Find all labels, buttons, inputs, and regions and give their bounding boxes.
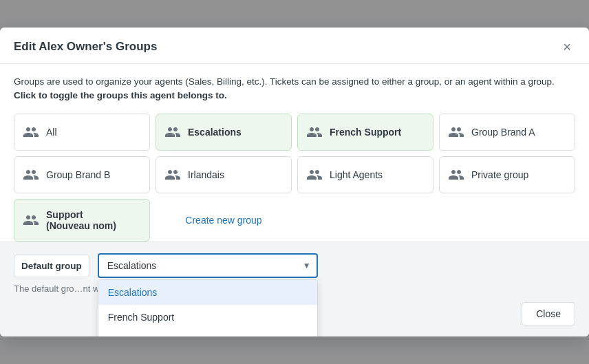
group-tile-group-brand-a[interactable]: Group Brand A — [439, 114, 575, 151]
modal-header: Edit Alex Owner's Groups × — [0, 28, 589, 64]
description-bold: Click to toggle the groups this agent be… — [14, 90, 227, 100]
group-tile-label: Support(Nouveau nom) — [46, 209, 116, 231]
dropdown-item-support-(nouveau-nom)[interactable]: Support (Nouveau nom) — [98, 330, 317, 336]
group-tile-label: Light Agents — [330, 169, 383, 180]
modal-close-button[interactable]: × — [559, 39, 575, 55]
group-tile-label: Irlandais — [188, 169, 224, 180]
groups-grid: All Escalations French Support Group Bra… — [14, 114, 575, 193]
dropdown-open: EscalationsFrench SupportSupport (Nouvea… — [98, 279, 318, 336]
group-icon — [164, 167, 181, 183]
group-icon — [448, 124, 464, 140]
dropdown-item-french-support[interactable]: French Support — [98, 305, 317, 330]
group-tile-label: Escalations — [188, 127, 242, 138]
group-tile-all[interactable]: All — [14, 114, 150, 151]
group-tile-escalations[interactable]: Escalations — [156, 114, 292, 151]
dropdown-item-escalations[interactable]: Escalations — [98, 280, 317, 305]
group-tile-group-brand-b[interactable]: Group Brand B — [14, 156, 150, 193]
group-icon — [23, 167, 39, 183]
group-tile-support[interactable]: Support(Nouveau nom) — [14, 199, 150, 242]
group-tile-label: All — [46, 127, 57, 138]
default-group-row: Default group EscalationsFrench SupportS… — [14, 253, 575, 278]
bottom-row: Support(Nouveau nom) Create new group — [14, 199, 575, 242]
modal-overlay: Edit Alex Owner's Groups × Groups are us… — [0, 0, 589, 364]
group-icon — [164, 124, 181, 140]
group-tile-french-support[interactable]: French Support — [297, 114, 433, 151]
create-link-cell: Create new group — [156, 199, 292, 242]
default-group-select[interactable]: EscalationsFrench SupportSupport (Nouvea… — [98, 253, 318, 278]
group-tile-private-group[interactable]: Private group — [439, 156, 575, 193]
group-icon — [306, 167, 323, 183]
full-footer: Default group EscalationsFrench SupportS… — [0, 242, 589, 336]
group-tile-label: Private group — [471, 169, 528, 180]
close-action-button[interactable]: Close — [522, 302, 575, 325]
group-tile-label: French Support — [330, 127, 401, 138]
modal-body: Groups are used to organize your agents … — [0, 64, 589, 242]
group-tile-label: Group Brand B — [46, 169, 110, 180]
modal-title: Edit Alex Owner's Groups — [14, 40, 157, 54]
group-icon — [306, 124, 323, 140]
group-tile-light-agents[interactable]: Light Agents — [297, 156, 433, 193]
group-icon — [23, 212, 39, 228]
select-wrapper: EscalationsFrench SupportSupport (Nouvea… — [98, 253, 318, 278]
default-group-label: Default group — [14, 255, 89, 277]
footer-note-prefix: The default gro — [14, 283, 74, 294]
group-icon — [23, 124, 39, 140]
create-new-group-link[interactable]: Create new group — [185, 215, 261, 226]
modal: Edit Alex Owner's Groups × Groups are us… — [0, 28, 589, 337]
group-tile-label: Group Brand A — [471, 127, 535, 138]
description-plain: Groups are used to organize your agents … — [14, 76, 555, 87]
description-text: Groups are used to organize your agents … — [14, 75, 575, 103]
group-icon — [448, 167, 464, 183]
group-tile-irlandais[interactable]: Irlandais — [156, 156, 292, 193]
